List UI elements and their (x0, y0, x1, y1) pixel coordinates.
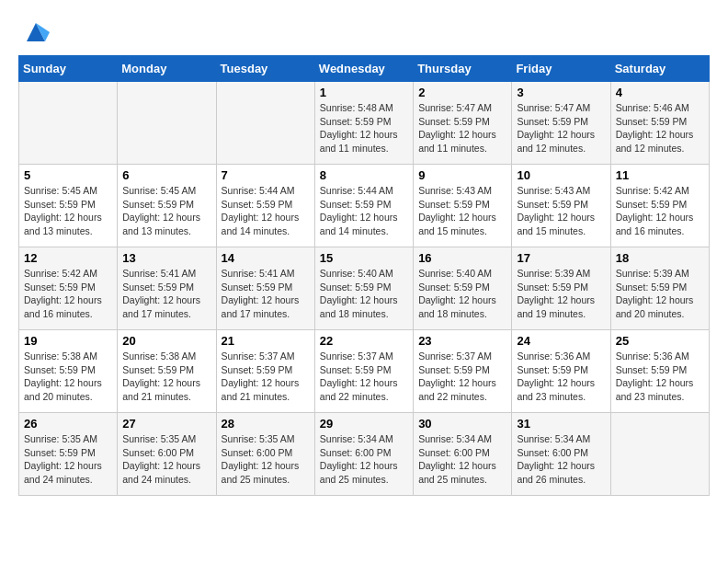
day-info: Sunrise: 5:38 AM Sunset: 5:59 PM Dayligh… (24, 350, 112, 404)
calendar-day-cell (118, 82, 216, 165)
calendar-day-cell: 13Sunrise: 5:41 AM Sunset: 5:59 PM Dayli… (118, 247, 216, 330)
calendar-day-cell: 1Sunrise: 5:48 AM Sunset: 5:59 PM Daylig… (314, 82, 413, 165)
day-number: 2 (418, 86, 506, 99)
day-info: Sunrise: 5:40 AM Sunset: 5:59 PM Dayligh… (320, 267, 408, 321)
day-info: Sunrise: 5:44 AM Sunset: 5:59 PM Dayligh… (320, 184, 408, 238)
day-info: Sunrise: 5:38 AM Sunset: 5:59 PM Dayligh… (122, 350, 210, 404)
day-number: 20 (122, 334, 210, 348)
logo (18, 18, 50, 46)
day-number: 30 (418, 417, 506, 431)
day-number: 29 (320, 417, 408, 431)
calendar-day-cell: 16Sunrise: 5:40 AM Sunset: 5:59 PM Dayli… (414, 247, 512, 330)
day-info: Sunrise: 5:39 AM Sunset: 5:59 PM Dayligh… (616, 267, 704, 321)
day-number: 13 (122, 251, 210, 265)
day-info: Sunrise: 5:34 AM Sunset: 6:00 PM Dayligh… (418, 432, 506, 487)
day-info: Sunrise: 5:48 AM Sunset: 5:59 PM Dayligh… (320, 101, 408, 155)
calendar-day-cell: 15Sunrise: 5:40 AM Sunset: 5:59 PM Dayli… (314, 247, 413, 330)
calendar-day-cell: 27Sunrise: 5:35 AM Sunset: 6:00 PM Dayli… (118, 413, 216, 496)
day-number: 27 (122, 417, 210, 431)
day-info: Sunrise: 5:43 AM Sunset: 5:59 PM Dayligh… (517, 184, 605, 238)
day-info: Sunrise: 5:41 AM Sunset: 5:59 PM Dayligh… (222, 267, 310, 321)
calendar-week-row: 19Sunrise: 5:38 AM Sunset: 5:59 PM Dayli… (19, 330, 710, 413)
day-number: 14 (222, 251, 310, 265)
calendar-day-cell: 5Sunrise: 5:45 AM Sunset: 5:59 PM Daylig… (19, 165, 118, 247)
day-info: Sunrise: 5:41 AM Sunset: 5:59 PM Dayligh… (122, 267, 210, 321)
day-number: 6 (122, 168, 210, 182)
calendar-day-cell: 10Sunrise: 5:43 AM Sunset: 5:59 PM Dayli… (512, 165, 610, 247)
day-info: Sunrise: 5:35 AM Sunset: 6:00 PM Dayligh… (222, 432, 310, 487)
day-number: 5 (24, 168, 112, 182)
day-number: 31 (517, 417, 605, 431)
day-number: 12 (24, 251, 112, 265)
calendar-day-cell: 21Sunrise: 5:37 AM Sunset: 5:59 PM Dayli… (216, 330, 314, 413)
calendar-header-row: SundayMondayTuesdayWednesdayThursdayFrid… (19, 56, 710, 82)
calendar-week-row: 26Sunrise: 5:35 AM Sunset: 5:59 PM Dayli… (19, 413, 710, 496)
day-number: 28 (222, 417, 310, 431)
day-of-week-header: Friday (512, 56, 610, 82)
day-info: Sunrise: 5:45 AM Sunset: 5:59 PM Dayligh… (122, 184, 210, 238)
calendar-day-cell: 14Sunrise: 5:41 AM Sunset: 5:59 PM Dayli… (216, 247, 314, 330)
header (18, 18, 710, 46)
logo-icon (22, 18, 50, 46)
calendar-day-cell: 30Sunrise: 5:34 AM Sunset: 6:00 PM Dayli… (414, 413, 512, 496)
day-of-week-header: Monday (118, 56, 216, 82)
calendar-day-cell: 3Sunrise: 5:47 AM Sunset: 5:59 PM Daylig… (512, 82, 610, 165)
calendar-day-cell: 19Sunrise: 5:38 AM Sunset: 5:59 PM Dayli… (19, 330, 118, 413)
day-number: 8 (320, 168, 408, 182)
day-of-week-header: Thursday (414, 56, 512, 82)
day-number: 15 (320, 251, 408, 265)
day-info: Sunrise: 5:37 AM Sunset: 5:59 PM Dayligh… (222, 350, 310, 404)
calendar: SundayMondayTuesdayWednesdayThursdayFrid… (18, 55, 710, 496)
day-info: Sunrise: 5:46 AM Sunset: 5:59 PM Dayligh… (616, 101, 704, 155)
day-info: Sunrise: 5:34 AM Sunset: 6:00 PM Dayligh… (517, 432, 605, 487)
day-info: Sunrise: 5:47 AM Sunset: 5:59 PM Dayligh… (418, 101, 506, 155)
day-of-week-header: Tuesday (216, 56, 314, 82)
calendar-day-cell: 23Sunrise: 5:37 AM Sunset: 5:59 PM Dayli… (414, 330, 512, 413)
day-number: 10 (517, 168, 605, 182)
day-number: 9 (418, 168, 506, 182)
calendar-day-cell: 17Sunrise: 5:39 AM Sunset: 5:59 PM Dayli… (512, 247, 610, 330)
day-number: 23 (418, 334, 506, 348)
calendar-day-cell: 26Sunrise: 5:35 AM Sunset: 5:59 PM Dayli… (19, 413, 118, 496)
day-info: Sunrise: 5:37 AM Sunset: 5:59 PM Dayligh… (418, 350, 506, 404)
day-of-week-header: Saturday (610, 56, 709, 82)
calendar-day-cell: 31Sunrise: 5:34 AM Sunset: 6:00 PM Dayli… (512, 413, 610, 496)
calendar-day-cell (216, 82, 314, 165)
day-number: 21 (222, 334, 310, 348)
day-number: 16 (418, 251, 506, 265)
calendar-week-row: 1Sunrise: 5:48 AM Sunset: 5:59 PM Daylig… (19, 82, 710, 165)
calendar-day-cell: 8Sunrise: 5:44 AM Sunset: 5:59 PM Daylig… (314, 165, 413, 247)
day-number: 18 (616, 251, 704, 265)
calendar-day-cell: 24Sunrise: 5:36 AM Sunset: 5:59 PM Dayli… (512, 330, 610, 413)
calendar-day-cell: 20Sunrise: 5:38 AM Sunset: 5:59 PM Dayli… (118, 330, 216, 413)
day-info: Sunrise: 5:37 AM Sunset: 5:59 PM Dayligh… (320, 350, 408, 404)
day-number: 3 (517, 86, 605, 99)
day-number: 26 (24, 417, 112, 431)
calendar-day-cell (610, 413, 709, 496)
day-info: Sunrise: 5:42 AM Sunset: 5:59 PM Dayligh… (24, 267, 112, 321)
calendar-day-cell: 29Sunrise: 5:34 AM Sunset: 6:00 PM Dayli… (314, 413, 413, 496)
calendar-day-cell: 12Sunrise: 5:42 AM Sunset: 5:59 PM Dayli… (19, 247, 118, 330)
day-number: 24 (517, 334, 605, 348)
calendar-week-row: 5Sunrise: 5:45 AM Sunset: 5:59 PM Daylig… (19, 165, 710, 247)
day-info: Sunrise: 5:34 AM Sunset: 6:00 PM Dayligh… (320, 432, 408, 487)
calendar-day-cell (19, 82, 118, 165)
day-info: Sunrise: 5:39 AM Sunset: 5:59 PM Dayligh… (517, 267, 605, 321)
calendar-day-cell: 6Sunrise: 5:45 AM Sunset: 5:59 PM Daylig… (118, 165, 216, 247)
day-info: Sunrise: 5:47 AM Sunset: 5:59 PM Dayligh… (517, 101, 605, 155)
calendar-week-row: 12Sunrise: 5:42 AM Sunset: 5:59 PM Dayli… (19, 247, 710, 330)
calendar-day-cell: 7Sunrise: 5:44 AM Sunset: 5:59 PM Daylig… (216, 165, 314, 247)
day-number: 22 (320, 334, 408, 348)
day-info: Sunrise: 5:40 AM Sunset: 5:59 PM Dayligh… (418, 267, 506, 321)
calendar-day-cell: 22Sunrise: 5:37 AM Sunset: 5:59 PM Dayli… (314, 330, 413, 413)
calendar-day-cell: 18Sunrise: 5:39 AM Sunset: 5:59 PM Dayli… (610, 247, 709, 330)
calendar-day-cell: 11Sunrise: 5:42 AM Sunset: 5:59 PM Dayli… (610, 165, 709, 247)
day-of-week-header: Sunday (19, 56, 118, 82)
calendar-day-cell: 25Sunrise: 5:36 AM Sunset: 5:59 PM Dayli… (610, 330, 709, 413)
day-info: Sunrise: 5:44 AM Sunset: 5:59 PM Dayligh… (222, 184, 310, 238)
day-number: 25 (616, 334, 704, 348)
day-number: 17 (517, 251, 605, 265)
calendar-day-cell: 2Sunrise: 5:47 AM Sunset: 5:59 PM Daylig… (414, 82, 512, 165)
day-info: Sunrise: 5:36 AM Sunset: 5:59 PM Dayligh… (517, 350, 605, 404)
day-info: Sunrise: 5:35 AM Sunset: 5:59 PM Dayligh… (24, 432, 112, 487)
